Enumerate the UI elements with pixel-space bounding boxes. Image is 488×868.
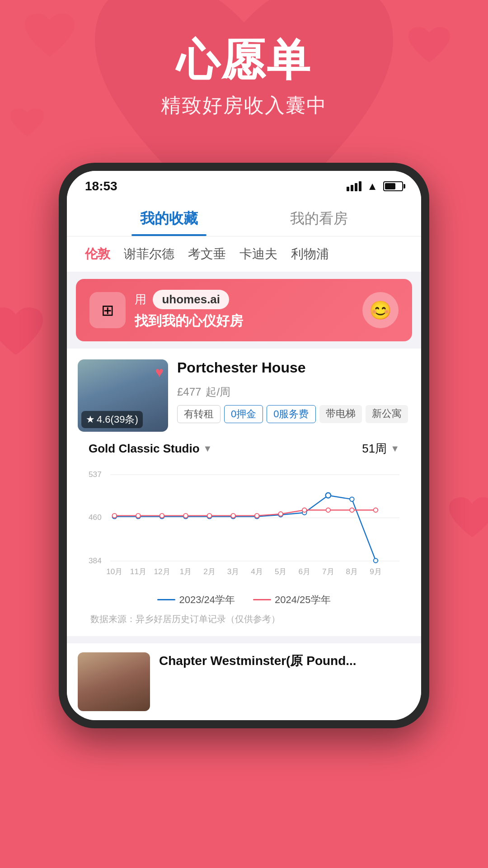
svg-text:12月: 12月: [154, 567, 170, 576]
page-subtitle: 精致好房收入囊中: [0, 92, 488, 119]
banner-text: 用 uhomes.ai 找到我的心仪好房: [135, 290, 353, 330]
weeks-selector[interactable]: 51周 ▼: [362, 441, 399, 457]
chart-legend: 2023/24学年 2024/25学年: [89, 593, 399, 607]
chart-dot: [374, 508, 378, 512]
city-filter-liverpool[interactable]: 利物浦: [291, 245, 329, 263]
chart-dot: [255, 514, 259, 518]
city-filter-sheffield[interactable]: 谢菲尔德: [124, 245, 174, 263]
status-bar: 18:53 ▲: [67, 171, 421, 198]
page-title: 心愿单: [0, 36, 488, 84]
tag-zero-fee: 0服务费: [267, 405, 315, 423]
price-chart-svg: 537 460 384 10月 11月 12月 1月: [89, 464, 399, 585]
svg-text:9月: 9月: [370, 567, 382, 576]
banner-robot-icon: 😊: [362, 292, 399, 328]
property-price-1: £477 起/周: [177, 381, 410, 400]
svg-text:1月: 1月: [180, 567, 192, 576]
room-type-label: Gold Classic Studio: [89, 442, 200, 456]
chart-dot: [350, 508, 354, 512]
heart-icon[interactable]: ♥: [155, 364, 164, 381]
legend-item-2324: 2023/24学年: [157, 593, 235, 607]
banner-tagline: 找到我的心仪好房: [135, 312, 353, 330]
property-top: ♥ ★ 4.6(39条) Portchester House £477 起/周: [78, 359, 410, 432]
city-filter-cardiff[interactable]: 卡迪夫: [239, 245, 277, 263]
chart-dot: [374, 558, 378, 563]
rating-text: 4.6(39条): [97, 413, 138, 426]
chart-dot: [207, 514, 212, 518]
property-rating: ★ 4.6(39条): [81, 411, 143, 428]
chart-dot: [136, 514, 141, 518]
tag-new-apt: 新公寓: [366, 405, 408, 423]
svg-text:2月: 2月: [203, 567, 216, 576]
tag-elevator: 带电梯: [319, 405, 362, 423]
chart-line-2425: [114, 510, 375, 515]
chart-container: 537 460 384 10月 11月 12月 1月: [89, 464, 399, 587]
property-tags-1: 有转租 0押金 0服务费 带电梯 新公寓: [177, 405, 410, 423]
chart-dot: [278, 512, 283, 516]
weeks-label: 51周: [362, 441, 387, 457]
tag-sublease: 有转租: [177, 405, 221, 423]
legend-label-2324: 2023/24学年: [179, 593, 235, 607]
city-filter-bar: 伦敦 谢菲尔德 考文垂 卡迪夫 利物浦: [67, 236, 421, 272]
property-card-2[interactable]: Chapter Westminster(原 Pound...: [67, 643, 421, 720]
property-image-2: [78, 652, 150, 711]
legend-line-red: [253, 599, 271, 600]
weeks-dropdown-icon: ▼: [390, 443, 399, 454]
dropdown-arrow-icon: ▼: [203, 443, 212, 454]
ai-banner[interactable]: ⊞ 用 uhomes.ai 找到我的心仪好房 😊: [76, 279, 412, 341]
property-name-2: Chapter Westminster(原 Pound...: [159, 652, 357, 670]
svg-text:5月: 5月: [275, 567, 287, 576]
tab-favorites[interactable]: 我的收藏: [94, 198, 244, 236]
price-chart-section: Gold Classic Studio ▼ 51周 ▼ 537: [78, 432, 410, 636]
city-filter-coventry[interactable]: 考文垂: [188, 245, 226, 263]
legend-item-2425: 2024/25学年: [253, 593, 331, 607]
phone-mockup: 18:53 ▲ 我的收藏: [59, 163, 429, 728]
phone-inner: 18:53 ▲ 我的收藏: [67, 171, 421, 720]
wifi-icon: ▲: [367, 180, 378, 193]
chart-source: 数据来源：异乡好居历史订单记录（仅供参考）: [89, 613, 399, 625]
svg-text:10月: 10月: [106, 567, 122, 576]
room-type-selector[interactable]: Gold Classic Studio ▼: [89, 442, 212, 456]
chart-dot: [160, 514, 164, 518]
phone-outer: 18:53 ▲ 我的收藏: [59, 163, 429, 728]
battery-icon: [383, 181, 403, 191]
chart-line-2324: [114, 495, 375, 561]
chart-dot: [350, 497, 354, 502]
tag-zero-deposit: 0押金: [224, 405, 263, 423]
chart-dot-peak: [326, 493, 331, 498]
svg-text:384: 384: [89, 556, 102, 565]
property-card-1[interactable]: ♥ ★ 4.6(39条) Portchester House £477 起/周: [67, 349, 421, 636]
property-name-1: Portchester House: [177, 359, 410, 376]
city-filter-london[interactable]: 伦敦: [85, 245, 110, 263]
banner-icon: ⊞: [89, 292, 126, 328]
chart-dot: [113, 514, 117, 518]
chart-dot: [183, 514, 188, 518]
chart-header: Gold Classic Studio ▼ 51周 ▼: [89, 441, 399, 457]
signal-icon: [347, 181, 361, 191]
svg-text:11月: 11月: [130, 567, 146, 576]
banner-url: uhomes.ai: [153, 290, 229, 309]
tab-viewings[interactable]: 我的看房: [244, 198, 394, 236]
property-info-1: Portchester House £477 起/周 有转租 0押金 0服务费 …: [177, 359, 410, 432]
svg-text:6月: 6月: [298, 567, 310, 576]
svg-text:4月: 4月: [251, 567, 263, 576]
property-image-1: ♥ ★ 4.6(39条): [78, 359, 168, 432]
svg-text:537: 537: [89, 470, 102, 479]
time-display: 18:53: [85, 179, 117, 193]
legend-line-blue: [157, 599, 175, 600]
star-icon: ★: [86, 414, 95, 425]
svg-text:3月: 3月: [227, 567, 239, 576]
chart-dot: [326, 508, 331, 512]
svg-text:8月: 8月: [346, 567, 358, 576]
legend-label-2425: 2024/25学年: [275, 593, 331, 607]
chart-dot: [231, 514, 235, 518]
chart-dot: [302, 508, 307, 512]
battery-fill: [385, 183, 395, 189]
main-tabs: 我的收藏 我的看房: [67, 198, 421, 236]
svg-text:460: 460: [89, 513, 102, 522]
status-icons: ▲: [347, 180, 403, 193]
header: 心愿单 精致好房收入囊中: [0, 0, 488, 119]
svg-text:7月: 7月: [322, 567, 334, 576]
